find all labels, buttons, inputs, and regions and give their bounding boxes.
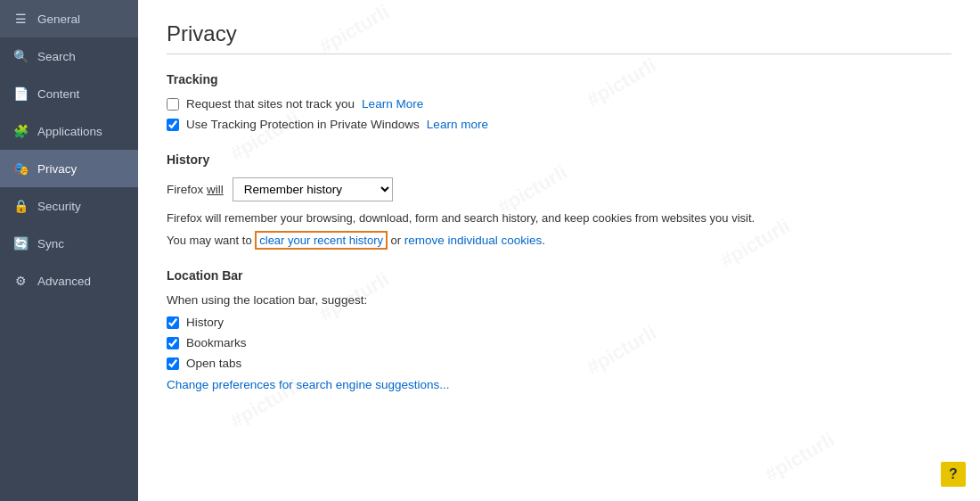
suggest-bookmarks-label: Bookmarks	[186, 336, 247, 349]
advanced-icon: ⚙	[12, 273, 29, 289]
history-dropdown[interactable]: Remember history Never remember history …	[233, 177, 393, 201]
tracking-protection-row: Use Tracking Protection in Private Windo…	[167, 118, 951, 131]
sidebar-item-advanced[interactable]: ⚙ Advanced	[0, 262, 138, 300]
hint-prefix: You may want to	[167, 234, 255, 247]
sidebar-item-label: General	[37, 12, 80, 26]
sidebar-item-label: Advanced	[37, 275, 91, 288]
suggest-history-row: History	[167, 316, 951, 329]
sidebar-item-security[interactable]: 🔒 Security	[0, 187, 138, 225]
hint-middle: or	[388, 234, 404, 247]
history-hint: You may want to clear your recent histor…	[167, 234, 951, 247]
search-icon: 🔍	[12, 48, 29, 64]
locationbar-section: Location Bar When using the location bar…	[167, 268, 951, 391]
clear-history-link[interactable]: clear your recent history	[255, 231, 388, 250]
change-prefs-link[interactable]: Change preferences for search engine sug…	[167, 378, 449, 391]
suggest-history-label: History	[186, 316, 224, 329]
suggest-bookmarks-checkbox[interactable]	[167, 337, 179, 349]
sidebar-item-label: Search	[37, 50, 76, 63]
suggest-label: When using the location bar, suggest:	[167, 293, 951, 307]
suggest-opentabs-label: Open tabs	[186, 357, 241, 370]
remove-cookies-link[interactable]: remove individual cookies	[404, 234, 543, 247]
learn-more-link-1[interactable]: Learn More	[362, 97, 423, 111]
general-icon: ☰	[12, 11, 29, 27]
sidebar-item-general[interactable]: ☰ General	[0, 0, 138, 37]
sidebar: ☰ General 🔍 Search 📄 Content 🧩 Applicati…	[0, 0, 138, 501]
history-section-title: History	[167, 152, 951, 167]
sidebar-item-applications[interactable]: 🧩 Applications	[0, 112, 138, 150]
tracking-section: Tracking Request that sites not track yo…	[167, 72, 951, 131]
suggest-opentabs-row: Open tabs	[167, 357, 951, 370]
main-content: #picturli #picturli #picturli #picturli …	[138, 0, 980, 501]
content-icon: 📄	[12, 86, 29, 102]
hint-suffix: .	[542, 234, 545, 247]
history-description: Firefox will remember your browsing, dow…	[167, 210, 951, 226]
sync-icon: 🔄	[12, 235, 29, 251]
sidebar-item-label: Privacy	[37, 162, 77, 176]
locationbar-section-title: Location Bar	[167, 268, 951, 283]
privacy-icon: 🎭	[12, 160, 29, 177]
will-underline: will	[207, 183, 224, 196]
firefox-will-text: Firefox will	[167, 183, 224, 196]
title-divider	[167, 53, 951, 54]
track-not-label: Request that sites not track you	[186, 97, 355, 111]
tracking-protection-label: Use Tracking Protection in Private Windo…	[186, 118, 420, 131]
track-not-checkbox[interactable]	[167, 98, 179, 111]
applications-icon: 🧩	[12, 123, 29, 139]
tracking-section-title: Tracking	[167, 72, 951, 86]
sidebar-item-search[interactable]: 🔍 Search	[0, 37, 138, 75]
page-title: Privacy	[167, 21, 951, 46]
learn-more-link-2[interactable]: Learn more	[427, 118, 488, 131]
sidebar-item-label: Content	[37, 87, 79, 101]
help-button[interactable]: ?	[941, 462, 966, 487]
tracking-protection-checkbox[interactable]	[167, 119, 179, 131]
sidebar-item-label: Security	[37, 200, 81, 213]
suggest-bookmarks-row: Bookmarks	[167, 336, 951, 349]
history-section: History Firefox will Remember history Ne…	[167, 152, 951, 247]
sidebar-item-content[interactable]: 📄 Content	[0, 75, 138, 112]
firefox-will-row: Firefox will Remember history Never reme…	[167, 177, 951, 201]
sidebar-item-sync[interactable]: 🔄 Sync	[0, 225, 138, 262]
sidebar-item-privacy[interactable]: 🎭 Privacy	[0, 150, 138, 187]
sidebar-item-label: Applications	[37, 125, 102, 138]
security-icon: 🔒	[12, 198, 29, 214]
track-not-row: Request that sites not track you Learn M…	[167, 97, 951, 111]
suggest-opentabs-checkbox[interactable]	[167, 357, 179, 370]
suggest-history-checkbox[interactable]	[167, 316, 179, 329]
sidebar-item-label: Sync	[37, 237, 64, 250]
